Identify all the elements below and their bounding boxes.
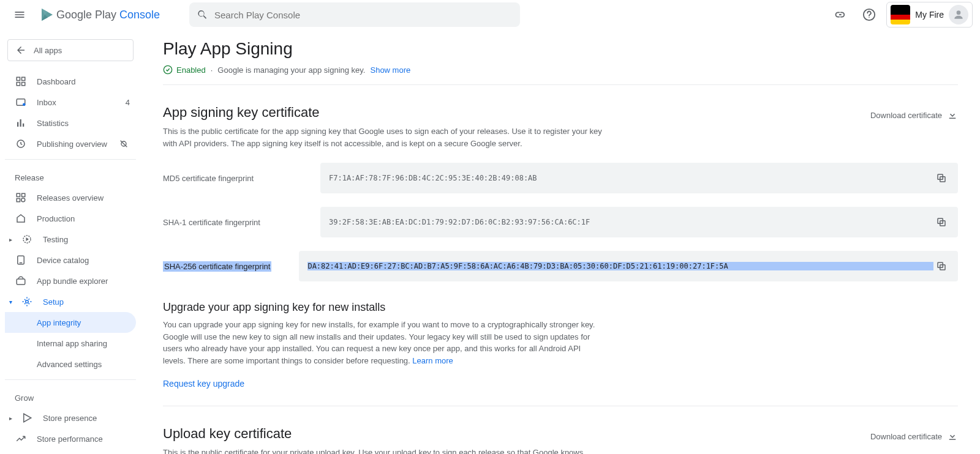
svg-rect-12 xyxy=(17,122,18,127)
hamburger-icon xyxy=(13,9,26,21)
sidebar: All apps Dashboard Inbox 4 Statistics Pu… xyxy=(0,29,141,454)
svg-rect-19 xyxy=(22,193,25,196)
divider xyxy=(5,379,136,380)
store-icon xyxy=(21,412,32,423)
sidebar-item-store-presence[interactable]: ▸ Store presence xyxy=(5,407,136,428)
check-circle-icon xyxy=(163,65,173,75)
chevron-right-icon: ▸ xyxy=(7,236,13,243)
account-name: My Fire xyxy=(915,10,944,20)
account-avatar xyxy=(891,5,910,24)
show-more-link[interactable]: Show more xyxy=(370,65,410,75)
top-right: My Fire xyxy=(827,2,973,28)
status-row: Enabled · Google is managing your app si… xyxy=(163,65,958,85)
copy-icon xyxy=(936,173,947,184)
gear-icon xyxy=(21,296,32,307)
testing-icon xyxy=(21,234,32,245)
copy-button[interactable] xyxy=(933,258,949,274)
svg-rect-9 xyxy=(22,83,25,86)
fingerprint-value[interactable]: F7:1A:AF:78:7F:96:DB:4C:2C:95:3E:40:2B:4… xyxy=(329,174,933,182)
all-apps-button[interactable]: All apps xyxy=(7,39,134,61)
person-icon xyxy=(952,9,965,21)
copy-button[interactable] xyxy=(933,170,949,186)
search-input[interactable] xyxy=(214,10,513,20)
section-title: Upgrade your app signing key for new ins… xyxy=(163,301,958,314)
sidebar-item-advanced-settings[interactable]: Advanced settings xyxy=(5,354,136,374)
svg-point-21 xyxy=(21,198,25,202)
svg-point-29 xyxy=(164,65,172,73)
download-certificate-button[interactable]: Download certificate xyxy=(870,431,958,442)
dashboard-icon xyxy=(15,76,26,87)
chevron-down-icon: ▾ xyxy=(7,299,13,305)
sidebar-item-internal-app-sharing[interactable]: Internal app sharing xyxy=(5,333,136,354)
section-desc: This is the public certificate for your … xyxy=(163,447,604,454)
sidebar-item-app-bundle-explorer[interactable]: App bundle explorer xyxy=(5,270,136,291)
search-box[interactable] xyxy=(189,2,520,27)
svg-marker-28 xyxy=(24,414,31,422)
sidebar-item-releases-overview[interactable]: Releases overview xyxy=(5,187,136,208)
fingerprint-value-box: 39:2F:58:3E:AB:EA:DC:D1:79:92:D7:D6:0C:B… xyxy=(320,207,958,237)
svg-point-4 xyxy=(869,17,870,18)
divider xyxy=(5,159,136,160)
svg-rect-7 xyxy=(22,77,25,80)
logo[interactable]: Google Play Console xyxy=(39,7,160,22)
status-desc: Google is managing your app signing key. xyxy=(217,65,365,75)
link-icon xyxy=(833,8,846,21)
copy-button[interactable] xyxy=(933,214,949,230)
sidebar-item-setup[interactable]: ▾ Setup xyxy=(5,291,136,312)
sidebar-item-device-catalog[interactable]: Device catalog xyxy=(5,250,136,270)
sidebar-item-statistics[interactable]: Statistics xyxy=(5,113,136,133)
sidebar-item-inbox[interactable]: Inbox 4 xyxy=(5,92,136,113)
section-desc: This is the public certificate for the a… xyxy=(163,125,604,149)
main-content: Play App Signing Enabled · Google is man… xyxy=(141,29,980,454)
logo-text: Google Play Console xyxy=(56,9,160,21)
svg-rect-8 xyxy=(17,83,20,86)
fingerprint-label: MD5 certificate fingerprint xyxy=(163,174,313,183)
gps-off-icon xyxy=(119,139,129,149)
back-arrow-icon xyxy=(15,45,26,56)
copy-icon xyxy=(936,217,947,228)
publishing-icon xyxy=(15,138,26,149)
svg-rect-14 xyxy=(23,124,24,127)
learn-more-link[interactable]: Learn more xyxy=(412,356,453,365)
svg-rect-6 xyxy=(17,77,20,80)
fingerprint-row-md5: MD5 certificate fingerprint F7:1A:AF:78:… xyxy=(163,163,958,193)
sidebar-item-testing[interactable]: ▸ Testing xyxy=(5,229,136,250)
sidebar-item-publishing-overview[interactable]: Publishing overview xyxy=(5,133,136,154)
fingerprint-value-box: F7:1A:AF:78:7F:96:DB:4C:2C:95:3E:40:2B:4… xyxy=(320,163,958,193)
download-icon xyxy=(947,110,958,121)
fingerprint-label: SHA-256 certificate fingerprint xyxy=(163,261,271,272)
page-title: Play App Signing xyxy=(163,39,958,59)
bundle-icon xyxy=(15,275,26,286)
svg-marker-23 xyxy=(26,237,29,241)
svg-point-5 xyxy=(957,10,961,15)
fingerprint-row-sha1: SHA-1 certificate fingerprint 39:2F:58:3… xyxy=(163,207,958,237)
fingerprint-value[interactable]: 39:2F:58:3E:AB:EA:DC:D1:79:92:D7:D6:0C:B… xyxy=(329,218,933,226)
account-switcher[interactable]: My Fire xyxy=(886,2,973,28)
fingerprint-label: SHA-1 certificate fingerprint xyxy=(163,218,313,227)
link-button[interactable] xyxy=(827,2,852,27)
fingerprint-value[interactable]: DA:82:41:AD:E9:6F:27:BC:AD:B7:A5:9F:58:6… xyxy=(307,262,933,270)
sidebar-item-production[interactable]: Production xyxy=(5,208,136,229)
stats-icon xyxy=(15,117,26,128)
section-title: Upload key certificate xyxy=(163,426,870,442)
download-icon xyxy=(947,431,958,442)
menu-button[interactable] xyxy=(7,2,32,27)
sidebar-item-app-integrity[interactable]: App integrity xyxy=(5,312,136,333)
fingerprint-value-box: DA:82:41:AD:E9:6F:27:BC:AD:B7:A5:9F:58:6… xyxy=(299,251,958,281)
download-certificate-button[interactable]: Download certificate xyxy=(870,110,958,121)
upload-key-section: Upload key certificate This is the publi… xyxy=(163,426,958,454)
status-enabled: Enabled xyxy=(163,65,206,75)
inbox-badge: 4 xyxy=(126,98,130,107)
production-icon xyxy=(15,213,26,224)
request-key-upgrade-link[interactable]: Request key upgrade xyxy=(163,379,244,389)
top-bar: Google Play Console My Fire xyxy=(0,0,980,29)
help-button[interactable] xyxy=(857,2,881,27)
sidebar-item-dashboard[interactable]: Dashboard xyxy=(5,71,136,92)
sidebar-item-store-performance[interactable]: Store performance xyxy=(5,428,136,449)
svg-rect-13 xyxy=(20,119,21,127)
section-header-grow: Grow xyxy=(5,385,136,407)
svg-rect-20 xyxy=(17,199,20,202)
devices-icon xyxy=(15,255,26,266)
svg-rect-18 xyxy=(17,193,20,196)
inbox-icon xyxy=(15,97,26,108)
